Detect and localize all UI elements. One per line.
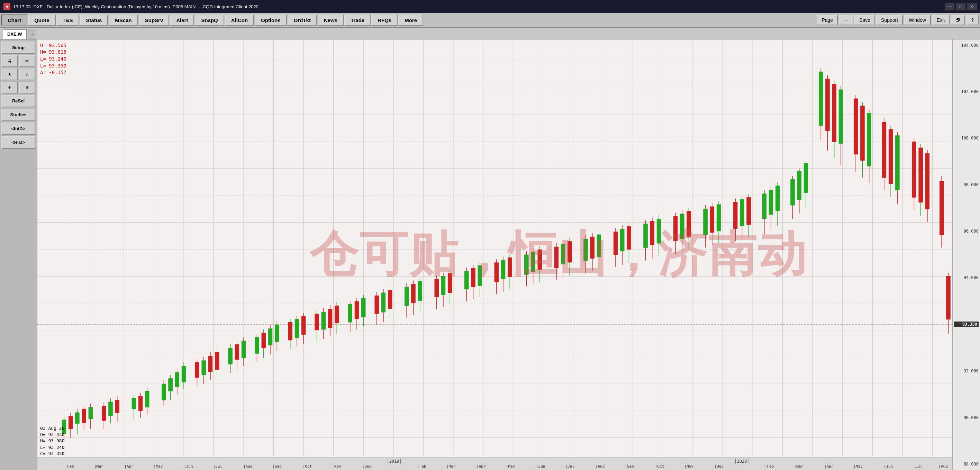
svg-rect-168	[614, 232, 618, 255]
svg-rect-204	[791, 179, 795, 205]
svg-rect-184	[687, 211, 691, 236]
svg-rect-162	[584, 239, 588, 260]
svg-rect-112	[335, 306, 339, 323]
menu-rfqs[interactable]: RFQs	[371, 14, 398, 25]
intd-button[interactable]: <IntD>	[2, 123, 35, 135]
svg-rect-50	[68, 416, 73, 429]
svg-rect-136	[448, 273, 452, 293]
window-button[interactable]: Window	[904, 15, 931, 25]
svg-rect-92	[255, 337, 259, 354]
svg-rect-150	[525, 255, 529, 274]
bottom-ohlc: 03 Aug 20 O= 93.430 H= 93.980 L= 93.240 …	[40, 425, 64, 457]
menu-allcon[interactable]: AllCon	[225, 14, 254, 25]
menu-snapq[interactable]: SnapQ	[195, 14, 224, 25]
menu-status[interactable]: Status	[80, 14, 108, 25]
save-button[interactable]: Save	[854, 15, 875, 25]
tab-bar: DXE,W +	[0, 28, 980, 40]
svg-rect-198	[762, 194, 767, 219]
svg-rect-82	[208, 356, 212, 372]
svg-rect-80	[202, 361, 206, 375]
add-tab-button[interactable]: +	[28, 30, 37, 38]
svg-rect-194	[740, 199, 745, 226]
svg-rect-124	[388, 290, 392, 309]
svg-text:|Jul: |Jul	[565, 464, 575, 468]
svg-text:|Jun: |Jun	[536, 464, 546, 468]
hist-button[interactable]: <Hist>	[2, 136, 35, 149]
svg-text:|Aug: |Aug	[595, 464, 605, 468]
menu-chart[interactable]: Chart	[2, 14, 27, 25]
svg-text:|May: |May	[853, 464, 863, 468]
svg-rect-96	[268, 329, 272, 346]
chart-container: O= 93.505 H= 93.815 L= 93.240 L= 93.350 …	[37, 40, 980, 470]
star-empty-button[interactable]: ☆	[19, 69, 35, 80]
star-filled-button[interactable]: ★	[2, 69, 18, 80]
main-area: Setup 🖨 ✏ ★ ☆ ✛ ⊕ ReScl Studies <IntD> <…	[0, 40, 980, 470]
svg-rect-52	[75, 413, 80, 423]
crosshair2-button[interactable]: ⊕	[19, 82, 35, 94]
arrow-button[interactable]: ↔	[839, 15, 853, 25]
setup-button[interactable]: Setup	[2, 41, 35, 54]
svg-text:|Jun: |Jun	[884, 464, 893, 468]
svg-rect-0	[37, 40, 952, 470]
svg-rect-58	[102, 406, 106, 420]
crosshair1-button[interactable]: ✛	[2, 82, 18, 94]
menu-ordtkt[interactable]: OrdTkt	[288, 14, 317, 25]
help-button[interactable]: ?	[966, 15, 978, 25]
svg-rect-216	[839, 90, 843, 143]
svg-rect-120	[375, 296, 379, 314]
title-page: P005 MAIN	[173, 4, 196, 10]
svg-rect-156	[554, 247, 558, 268]
rescl-button[interactable]: ReScl	[2, 95, 35, 107]
svg-rect-214	[832, 84, 837, 142]
studies-button[interactable]: Studies	[2, 109, 35, 121]
support-button[interactable]: Support	[876, 15, 903, 25]
svg-rect-126	[404, 287, 409, 306]
svg-rect-238	[947, 276, 951, 319]
svg-rect-102	[295, 319, 299, 338]
svg-rect-108	[321, 312, 326, 330]
svg-text:|Mar: |Mar	[94, 464, 103, 468]
svg-rect-72	[169, 379, 173, 391]
svg-rect-172	[627, 226, 631, 249]
menu-trade[interactable]: Trade	[344, 14, 371, 25]
svg-rect-152	[531, 252, 535, 272]
menu-supsrv[interactable]: SupSrv	[139, 14, 170, 25]
svg-text:|2020|: |2020|	[734, 459, 749, 464]
edit-button[interactable]: ✏	[19, 56, 35, 67]
svg-text:|Nov: |Nov	[684, 464, 694, 468]
restore-button[interactable]: 🗗	[951, 15, 965, 25]
svg-rect-130	[418, 281, 422, 301]
chart-tab[interactable]: DXE,W	[3, 29, 27, 39]
svg-rect-94	[262, 333, 266, 348]
price-current: 93.350	[954, 322, 978, 327]
svg-rect-134	[441, 276, 445, 295]
price-102: 102.000	[954, 89, 978, 94]
svg-text:|Mar: |Mar	[446, 464, 456, 468]
title-bar-left: ❖ 13:17:03 DXE - Dollar Index (ICE), Wee…	[3, 3, 258, 10]
page-button[interactable]: Page	[817, 15, 838, 25]
svg-text:|May: |May	[154, 464, 163, 468]
menu-options[interactable]: Options	[255, 14, 287, 25]
maximize-button[interactable]: □	[956, 3, 966, 10]
svg-rect-210	[819, 72, 823, 126]
svg-rect-70	[162, 384, 166, 400]
menu-tas[interactable]: T&S	[56, 14, 79, 25]
menu-quote[interactable]: Quote	[28, 14, 56, 25]
svg-text:|Jun: |Jun	[184, 464, 193, 468]
close-button[interactable]: ✕	[967, 3, 977, 10]
menu-more[interactable]: More	[398, 14, 423, 25]
menu-alert[interactable]: Alert	[170, 14, 194, 25]
svg-text:|Oct: |Oct	[303, 464, 312, 468]
svg-text:|Aug: |Aug	[243, 464, 253, 468]
menu-mscan[interactable]: MScan	[109, 14, 138, 25]
menu-news[interactable]: News	[318, 14, 344, 25]
print-button[interactable]: 🖨	[2, 56, 18, 67]
price-96: 96.000	[954, 229, 978, 234]
title-time: 13:17:03	[13, 4, 31, 10]
exit-button[interactable]: Exit	[932, 15, 950, 25]
svg-rect-196	[747, 197, 751, 225]
minimize-button[interactable]: —	[945, 3, 955, 10]
svg-rect-232	[919, 148, 923, 202]
title-client: CQG Integrated Client 2020	[203, 4, 258, 10]
svg-rect-100	[288, 322, 293, 340]
